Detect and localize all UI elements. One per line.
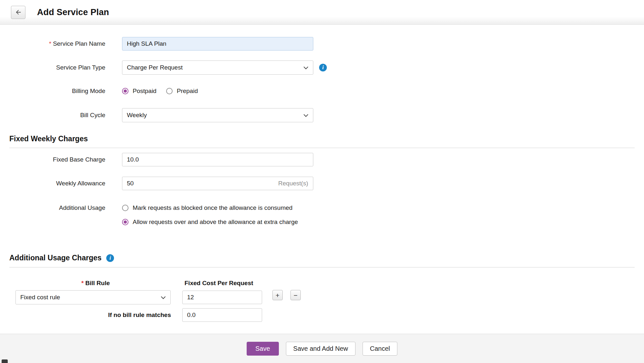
fixed-cost-input[interactable] xyxy=(182,291,262,304)
weekly-allowance-input[interactable] xyxy=(122,177,313,190)
bill-cycle-select[interactable]: Weekly xyxy=(122,108,313,122)
billing-mode-row: Billing Mode Postpaid Prepaid xyxy=(0,84,644,98)
no-rule-match-input[interactable] xyxy=(182,308,262,322)
bill-rule-select[interactable]: Fixed cost rule xyxy=(15,290,171,304)
chevron-down-icon xyxy=(303,64,308,71)
radio-icon xyxy=(122,88,128,94)
fixed-base-charge-label: Fixed Base Charge xyxy=(0,153,105,167)
fixed-cost-column-label: Fixed Cost Per Request xyxy=(185,276,253,290)
additional-usage-option-allow[interactable]: Allow requests over and above the allowa… xyxy=(122,215,298,229)
chevron-down-icon xyxy=(303,112,308,119)
add-service-plan-page: Add Service Plan *Service Plan Name Serv… xyxy=(0,0,644,363)
additional-usage-charges-heading: Additional Usage Charges xyxy=(9,254,101,262)
bill-cycle-label: Bill Cycle xyxy=(0,108,105,122)
label-text: Service Plan Name xyxy=(53,40,105,47)
service-plan-type-control: Charge Per Request xyxy=(122,60,313,75)
additional-usage-row: Additional Usage Mark requests as blocke… xyxy=(0,201,644,215)
back-arrow-icon xyxy=(15,9,22,16)
fixed-base-charge-row: Fixed Base Charge xyxy=(0,153,644,167)
billing-mode-radio-group: Postpaid Prepaid xyxy=(122,84,198,98)
radio-option-label: Prepaid xyxy=(177,88,198,95)
back-button[interactable] xyxy=(11,6,25,19)
save-and-add-new-button[interactable]: Save and Add New xyxy=(286,342,355,356)
section-divider xyxy=(9,148,635,148)
bill-rule-column-label: *Bill Rule xyxy=(0,276,110,290)
remove-rule-button[interactable]: − xyxy=(290,290,301,300)
bill-rule-control: Fixed cost rule xyxy=(15,290,171,304)
service-plan-type-row: Service Plan Type Charge Per Request i xyxy=(0,60,644,75)
fixed-cost-control xyxy=(182,290,262,304)
info-icon[interactable]: i xyxy=(106,254,114,262)
radio-icon xyxy=(122,219,128,225)
page-title: Add Service Plan xyxy=(37,7,109,17)
additional-usage-option-block[interactable]: Mark requests as blocked once the allowa… xyxy=(122,201,292,215)
selected-value: Charge Per Request xyxy=(127,64,183,71)
header: Add Service Plan xyxy=(0,0,644,25)
weekly-allowance-control: Request(s) xyxy=(122,176,313,191)
billing-mode-label: Billing Mode xyxy=(0,84,105,98)
service-plan-name-label: *Service Plan Name xyxy=(0,37,105,51)
no-rule-match-control xyxy=(182,308,262,322)
billing-mode-option-prepaid[interactable]: Prepaid xyxy=(166,84,198,98)
radio-option-label: Postpaid xyxy=(133,88,156,95)
chevron-down-icon xyxy=(161,294,166,301)
billing-mode-option-postpaid[interactable]: Postpaid xyxy=(122,84,156,98)
bill-cycle-row: Bill Cycle Weekly xyxy=(0,108,644,122)
no-rule-match-label: If no bill rule matches xyxy=(0,308,171,322)
radio-option-label: Mark requests as blocked once the allowa… xyxy=(133,204,292,211)
selected-value: Weekly xyxy=(127,112,147,119)
service-plan-type-select[interactable]: Charge Per Request xyxy=(122,60,313,75)
selected-value: Fixed cost rule xyxy=(20,294,60,301)
service-plan-name-control xyxy=(122,37,313,51)
additional-usage-row-2: Allow requests over and above the allowa… xyxy=(0,215,644,229)
radio-option-label: Allow requests over and above the allowa… xyxy=(133,219,298,226)
service-plan-name-input[interactable] xyxy=(122,37,313,51)
label-text: Bill Rule xyxy=(85,280,110,286)
radio-icon xyxy=(166,88,173,94)
info-icon[interactable]: i xyxy=(319,64,327,71)
weekly-allowance-label: Weekly Allowance xyxy=(0,176,105,191)
add-rule-button[interactable]: + xyxy=(272,290,283,300)
corner-fragment xyxy=(2,359,8,363)
fixed-weekly-charges-heading: Fixed Weekly Charges xyxy=(9,135,88,143)
additional-usage-charges-heading-group: Additional Usage Charges i xyxy=(9,254,114,262)
section-divider xyxy=(9,267,635,267)
service-plan-type-label: Service Plan Type xyxy=(0,60,105,75)
weekly-allowance-row: Weekly Allowance Request(s) xyxy=(0,176,644,191)
cancel-button[interactable]: Cancel xyxy=(363,342,397,356)
fixed-base-charge-control xyxy=(122,153,313,167)
additional-usage-label: Additional Usage xyxy=(0,201,105,215)
bill-cycle-control: Weekly xyxy=(122,108,313,122)
radio-icon xyxy=(122,205,128,211)
service-plan-name-row: *Service Plan Name xyxy=(0,37,644,51)
fixed-base-charge-input[interactable] xyxy=(122,153,313,166)
footer-bar: Save Save and Add New Cancel xyxy=(0,334,644,363)
save-button[interactable]: Save xyxy=(247,342,279,356)
required-asterisk: * xyxy=(81,280,84,286)
required-asterisk: * xyxy=(49,40,51,47)
